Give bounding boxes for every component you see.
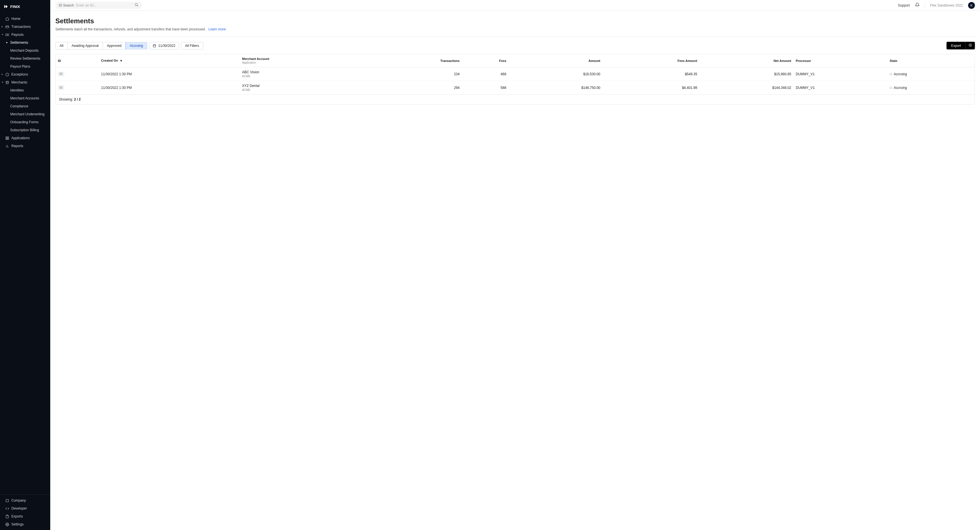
tab-all[interactable]: All (56, 42, 68, 49)
col-net-amount[interactable]: Net Amount (700, 54, 794, 67)
payout-icon (5, 33, 9, 37)
sidebar-item-label: Settings (11, 522, 24, 526)
export-button[interactable]: Export (947, 42, 966, 49)
sidebar-item-merchant-underwriting[interactable]: Merchant Underwriting (10, 110, 50, 118)
divider (924, 3, 925, 8)
sidebar-item-applications[interactable]: Applications (0, 134, 50, 142)
sidebar-item-settings[interactable]: Settings (0, 520, 50, 528)
cell-fees: 588 (462, 81, 509, 94)
svg-point-18 (6, 524, 7, 525)
sidebar-item-compliance[interactable]: Compliance (10, 102, 50, 110)
exports-icon (5, 514, 9, 518)
merchant-name: XYZ Dental (242, 84, 364, 88)
sidebar: FINIX HomeTransactionsPayoutsSettlements… (0, 0, 50, 530)
state-label: Accruing (894, 72, 907, 76)
col-id[interactable]: ID (56, 54, 99, 67)
sidebar-item-settlements[interactable]: Settlements (10, 38, 50, 46)
sidebar-item-label: Subscription Billing (10, 128, 39, 132)
sidebar-item-exports[interactable]: Exports (0, 512, 50, 520)
sidebar-item-label: Settlements (10, 41, 28, 45)
sidebar-item-label: Identities (10, 88, 24, 92)
cell-fees-amount: $4,401.98 (603, 81, 700, 94)
topbar-right: Support Flex Sandboxes 2022 K (898, 2, 975, 9)
sidebar-item-label: Merchant Underwriting (10, 112, 45, 116)
sidebar-item-label: Company (11, 498, 26, 503)
merchant-app: ACME (242, 75, 364, 78)
bell-icon[interactable] (915, 3, 920, 8)
table-row[interactable]: ID11/30/2022 1:30 PMXYZ DentalACME294588… (56, 81, 975, 94)
col-amount[interactable]: Amount (509, 54, 603, 67)
sidebar-item-reports[interactable]: Reports (0, 142, 50, 150)
table-row[interactable]: ID11/30/2022 1:30 PMABC VisionACME234468… (56, 67, 975, 81)
all-filters-button[interactable]: All Filters (181, 42, 203, 49)
svg-rect-21 (153, 45, 156, 47)
sidebar-item-identities[interactable]: Identities (10, 86, 50, 94)
cell-amount: $148,750.00 (509, 81, 603, 94)
home-icon (5, 17, 9, 21)
sidebar-sub: IdentitiesMerchant AccountsComplianceMer… (0, 86, 50, 134)
col-merchant-account[interactable]: Merchant Account Application (240, 54, 366, 67)
sidebar-item-label: Applications (11, 136, 30, 140)
tab-awaiting-approval[interactable]: Awaiting Approval (68, 42, 103, 49)
divider (56, 36, 975, 37)
sidebar-item-developer[interactable]: Developer (0, 504, 50, 512)
sidebar-item-payout-plans[interactable]: Payout Plans (10, 62, 50, 70)
col-state[interactable]: State (888, 54, 975, 67)
svg-point-25 (970, 45, 971, 46)
cell-created-on: 11/30/2022 1:30 PM (99, 81, 240, 94)
sidebar-item-merchant-deposits[interactable]: Merchant Deposits (10, 46, 50, 54)
col-transactions[interactable]: Transactions (366, 54, 462, 67)
svg-rect-3 (6, 34, 9, 36)
search-wrap[interactable]: ID Search (56, 2, 142, 9)
state-dot-icon (890, 87, 892, 89)
sidebar-item-company[interactable]: Company (0, 496, 50, 504)
search-input[interactable] (76, 3, 132, 7)
col-created-on[interactable]: Created On ▾ (99, 54, 240, 67)
sidebar-item-subscription-billing[interactable]: Subscription Billing (10, 126, 50, 134)
page-description: Settlements batch all the transactions, … (56, 27, 975, 31)
svg-rect-9 (7, 137, 8, 138)
col-processor[interactable]: Processor (794, 54, 888, 67)
sidebar-item-label: Payouts (11, 33, 24, 37)
cell-created-on: 11/30/2022 1:30 PM (99, 67, 240, 81)
exception-icon (5, 72, 9, 77)
sidebar-item-home[interactable]: Home (0, 15, 50, 23)
tab-approved[interactable]: Approved (103, 42, 126, 49)
sidebar-item-exceptions[interactable]: Exceptions (0, 70, 50, 78)
svg-point-19 (135, 3, 137, 6)
merchant-name: ABC Vision (242, 70, 364, 74)
sidebar-item-onboarding-forms[interactable]: Onboarding Forms (10, 118, 50, 126)
search-icon[interactable] (135, 3, 138, 8)
sidebar-item-review-settlements[interactable]: Review Settlements (10, 54, 50, 62)
sidebar-nav-bottom: CompanyDeveloperExportsSettings (0, 495, 50, 530)
sidebar-item-label: Merchant Accounts (10, 96, 39, 100)
table-settings-button[interactable] (966, 42, 975, 49)
settings-icon (5, 522, 9, 526)
sidebar-item-payouts[interactable]: Payouts (0, 31, 50, 38)
sidebar-item-merchant-accounts[interactable]: Merchant Accounts (10, 94, 50, 102)
col-fees[interactable]: Fees (462, 54, 509, 67)
learn-more-link[interactable]: Learn more (208, 27, 226, 31)
tab-accruing[interactable]: Accruing (126, 42, 147, 49)
sidebar-item-label: Exports (11, 514, 23, 518)
id-badge[interactable]: ID (58, 72, 64, 76)
date-value: 11/30/2022 (158, 44, 175, 48)
id-badge[interactable]: ID (58, 86, 64, 90)
support-link[interactable]: Support (898, 3, 910, 7)
showing-count: Showing: 2 / 2 (56, 94, 975, 104)
cell-net-amount: $144,348.02 (700, 81, 794, 94)
svg-line-20 (137, 5, 138, 6)
sort-desc-icon: ▾ (120, 59, 122, 62)
filter-controls: AllAwaiting ApprovalApprovedAccruing 11/… (56, 42, 975, 49)
tab-group: AllAwaiting ApprovalApprovedAccruing (56, 42, 147, 49)
sidebar-item-merchants[interactable]: Merchants (0, 78, 50, 86)
sidebar-item-transactions[interactable]: Transactions (0, 23, 50, 31)
date-filter[interactable]: 11/30/2022 (150, 42, 178, 49)
cell-net-amount: $15,980.65 (700, 67, 794, 81)
col-fees-amount[interactable]: Fees Amount (603, 54, 700, 67)
brand-logo[interactable]: FINIX (0, 0, 50, 13)
sidebar-item-label: Onboarding Forms (10, 120, 38, 124)
avatar[interactable]: K (968, 2, 975, 9)
cell-merchant: XYZ DentalACME (240, 81, 366, 94)
svg-rect-15 (6, 499, 8, 502)
